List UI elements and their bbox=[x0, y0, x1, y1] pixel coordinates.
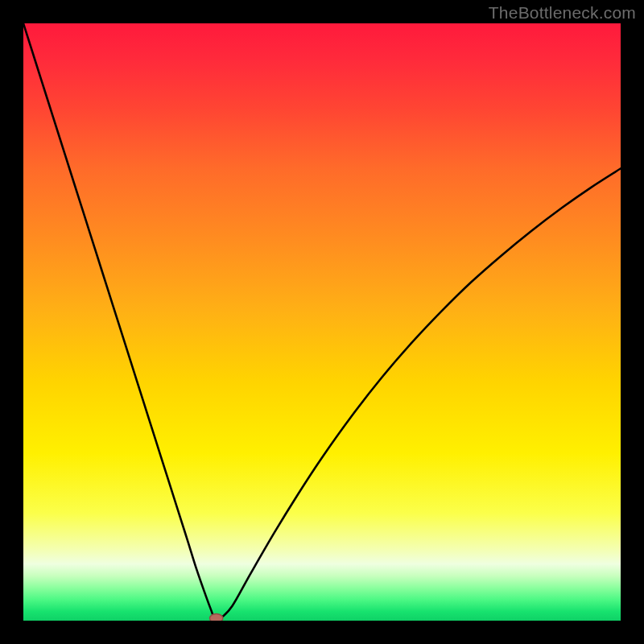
chart-frame: TheBottleneck.com bbox=[0, 0, 644, 644]
optimal-marker bbox=[210, 613, 223, 621]
gradient-background bbox=[23, 23, 621, 621]
watermark-text: TheBottleneck.com bbox=[489, 3, 636, 23]
gradient-chart bbox=[23, 23, 621, 621]
plot-area bbox=[23, 23, 621, 621]
